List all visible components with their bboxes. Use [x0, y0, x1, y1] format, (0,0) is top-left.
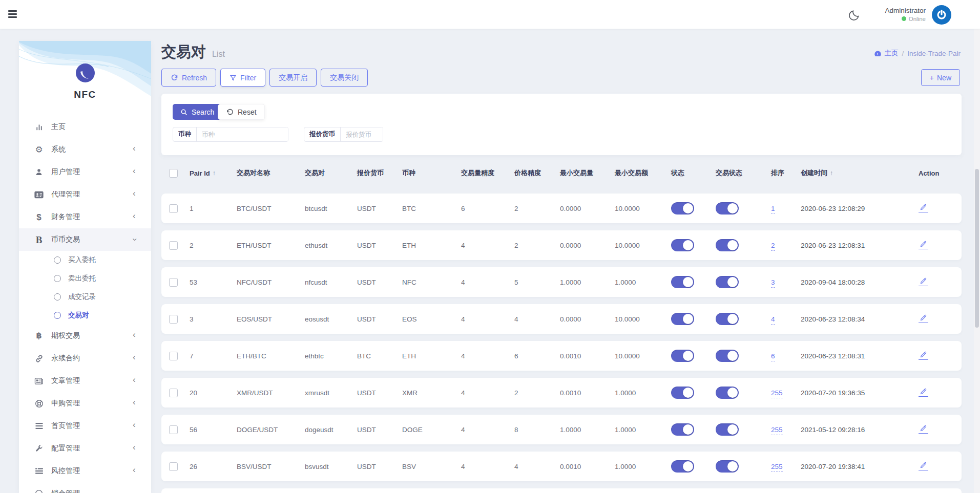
sort-value-link[interactable]: 3 [771, 278, 775, 288]
sidebar-item-7[interactable]: 永续合约‹ [19, 347, 151, 370]
sidebar-item-12[interactable]: 风控管理‹ [19, 460, 151, 482]
sidebar-item-2[interactable]: 用户管理‹ [19, 161, 151, 183]
new-button[interactable]: + New [921, 69, 960, 86]
page-scrollbar[interactable] [974, 29, 980, 493]
cell-pair: xmrusdt [305, 389, 357, 397]
row-checkbox[interactable] [169, 462, 178, 471]
sidebar-item-8[interactable]: 文章管理‹ [19, 370, 151, 392]
row-checkbox[interactable] [169, 315, 178, 324]
edit-pencil-icon[interactable] [919, 351, 928, 360]
edit-pencil-icon[interactable] [919, 388, 928, 397]
hamburger-menu-icon[interactable] [8, 9, 18, 19]
status-toggle[interactable] [671, 350, 694, 362]
toggle-knob [727, 203, 738, 213]
sidebar-item-9[interactable]: 申购管理‹ [19, 392, 151, 415]
trade-status-toggle[interactable] [716, 350, 739, 362]
trade-status-toggle[interactable] [716, 276, 739, 288]
trade-status-toggle[interactable] [716, 313, 739, 325]
row-checkbox[interactable] [169, 425, 178, 434]
column-header-0[interactable]: Pair Id↑ [190, 169, 237, 177]
refresh-button[interactable]: Refresh [161, 69, 216, 87]
sidebar-item-10[interactable]: 首页管理‹ [19, 415, 151, 437]
dashboard-icon [874, 50, 882, 57]
edit-pencil-icon[interactable] [919, 277, 928, 286]
trade-open-button[interactable]: 交易开启 [269, 69, 317, 87]
newspaper-icon [33, 377, 45, 385]
row-checkbox[interactable] [169, 241, 178, 250]
sidebar-item-1[interactable]: ⚙系统‹ [19, 138, 151, 161]
sidebar-subitem-5-2[interactable]: 成交记录 [19, 288, 151, 306]
row-checkbox[interactable] [169, 389, 178, 397]
trade-status-toggle[interactable] [716, 202, 739, 215]
coin-input[interactable] [197, 127, 288, 141]
sidebar-item-6[interactable]: ฿期权交易‹ [19, 325, 151, 347]
chevron-left-icon: ‹ [133, 188, 136, 199]
cell-created-at: 2020-06-23 12:08:34 [801, 315, 919, 323]
sort-value-link[interactable]: 4 [771, 315, 775, 325]
edit-pencil-icon[interactable] [919, 203, 928, 212]
sidebar-item-4[interactable]: $财务管理‹ [19, 206, 151, 228]
sort-value-link[interactable]: 6 [771, 352, 775, 361]
cell-coin: EOS [402, 315, 461, 323]
sidebar-item-0[interactable]: 主页 [19, 116, 151, 138]
sidebar-item-11[interactable]: 配置管理‹ [19, 437, 151, 460]
sidebar-item-13[interactable]: 锁仓管理 [19, 482, 151, 493]
column-header-12[interactable]: 创建时间↑ [801, 168, 919, 178]
row-checkbox[interactable] [169, 204, 178, 213]
sort-value-link[interactable]: 255 [771, 426, 783, 435]
cell-pair_id: 2 [190, 242, 237, 249]
user-name[interactable]: Administrator [885, 7, 926, 15]
edit-pencil-icon[interactable] [919, 424, 928, 434]
row-checkbox[interactable] [169, 278, 178, 287]
edit-pencil-icon[interactable] [919, 461, 928, 470]
sort-value-link[interactable]: 2 [771, 242, 775, 251]
trade-status-toggle[interactable] [716, 460, 739, 473]
sidebar-subitem-5-0[interactable]: 买入委托 [19, 251, 151, 269]
search-button[interactable]: Search [173, 104, 222, 120]
wrench-icon [33, 444, 45, 453]
trade-status-toggle[interactable] [716, 387, 739, 399]
status-toggle[interactable] [671, 423, 694, 436]
scrollbar-thumb[interactable] [975, 169, 979, 328]
column-header-10: 交易状态 [716, 168, 771, 178]
status-toggle[interactable] [671, 276, 694, 288]
sort-value-link[interactable]: 1 [771, 205, 775, 214]
trade-status-toggle[interactable] [716, 423, 739, 436]
sort-value-link[interactable]: 255 [771, 463, 783, 472]
sidebar-item-label: 期权交易 [51, 331, 80, 340]
edit-pencil-icon[interactable] [919, 240, 928, 249]
dark-mode-moon-icon[interactable] [848, 8, 861, 22]
status-toggle[interactable] [671, 460, 694, 473]
sidebar-item-5[interactable]: B币币交易‹ [19, 228, 151, 251]
quote-input[interactable] [341, 127, 383, 141]
sidebar-item-3[interactable]: 代理管理‹ [19, 183, 151, 206]
coin-field-label: 币种 [173, 127, 197, 141]
cell-name: BTC/USDT [237, 205, 305, 212]
toggle-knob [683, 277, 693, 287]
avatar[interactable] [932, 5, 951, 25]
trade-close-button[interactable]: 交易关闭 [321, 69, 368, 87]
column-header-9: 状态 [671, 168, 716, 178]
status-toggle[interactable] [671, 313, 694, 325]
edit-pencil-icon[interactable] [919, 314, 928, 323]
status-toggle[interactable] [671, 202, 694, 215]
status-toggle[interactable] [671, 387, 694, 399]
column-header-label: 状态 [671, 168, 684, 178]
quote-field-label: 报价货币 [304, 127, 341, 141]
toggle-knob [683, 388, 693, 398]
status-toggle[interactable] [671, 239, 694, 251]
row-checkbox[interactable] [169, 352, 178, 360]
reset-button[interactable]: Reset [218, 104, 265, 120]
sidebar-item-label: 代理管理 [51, 190, 80, 199]
cell-quote: BTC [357, 352, 402, 360]
sidebar-subitem-5-3[interactable]: 交易对 [19, 306, 151, 325]
select-all-checkbox[interactable] [169, 169, 178, 178]
sidebar-subitem-5-1[interactable]: 卖出委托 [19, 269, 151, 288]
column-header-label: 报价货币 [357, 168, 384, 178]
sidebar-subitem-label: 买入委托 [68, 255, 96, 265]
filter-field-coin: 币种 [173, 127, 288, 142]
filter-button[interactable]: Filter [220, 69, 265, 87]
breadcrumb-home-link[interactable]: 主页 [874, 49, 898, 58]
trade-status-toggle[interactable] [716, 239, 739, 251]
sort-value-link[interactable]: 255 [771, 389, 783, 398]
